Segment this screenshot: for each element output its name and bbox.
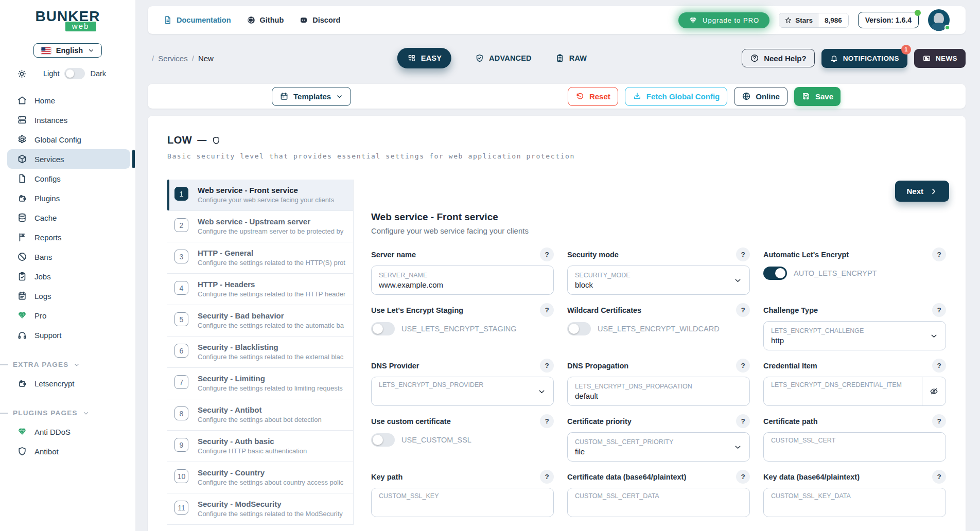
custom_ssl_cert_priority-select[interactable]: CUSTOM_SSL_CERT_PRIORITYfile [567,432,750,462]
toolbar-actions: Reset Fetch Global Config Online Save [568,87,841,106]
step-item-3[interactable]: 3 HTTP - General Configure the settings … [167,242,353,274]
language-label: English [56,46,83,55]
top-link-discord[interactable]: Discord [299,15,340,25]
step-item-11[interactable]: 11 Security - ModSecurity Configure the … [167,493,353,525]
top-link-documentation[interactable]: Documentation [163,15,231,25]
help-icon[interactable]: ? [932,359,946,373]
lets_encrypt_dns_credential_item-input[interactable]: LETS_ENCRYPT_DNS_CREDENTIAL_ITEM [763,377,946,406]
sidebar-item-logs[interactable]: Logs [0,286,135,306]
help-icon[interactable]: ? [540,414,554,428]
use_custom_ssl-toggle[interactable] [371,433,395,447]
sidebar-item-support[interactable]: Support [0,325,135,345]
reset-button[interactable]: Reset [568,87,618,106]
save-icon [801,92,811,101]
fetch-global-config-button[interactable]: Fetch Global Config [625,87,728,106]
help-icon[interactable]: ? [540,247,554,261]
step-item-1[interactable]: 1 Web service - Front service Configure … [167,180,353,211]
help-icon[interactable]: ? [736,470,750,484]
help-icon[interactable]: ? [540,303,554,317]
sidebar-item-pro[interactable]: Pro [0,306,135,325]
security_mode-select[interactable]: SECURITY_MODEblock [567,266,750,295]
custom_ssl_key-input[interactable]: CUSTOM_SSL_KEY [371,488,554,517]
upgrade-to-pro-button[interactable]: Upgrade to PRO [678,12,769,28]
need-help-button[interactable]: Need Help? [742,49,815,67]
toggle-visibility-button[interactable] [922,377,946,405]
step-item-9[interactable]: 9 Security - Auth basic Configure HTTP b… [167,431,353,462]
step-item-10[interactable]: 10 Security - Country Configure the sett… [167,462,353,493]
main-content: DocumentationGithubDiscord Upgrade to PR… [135,0,980,531]
sidebar-item-configs[interactable]: Configs [0,169,135,188]
sidebar-item-antibot[interactable]: Antibot [0,441,135,461]
step-description: Configure the settings about country acc… [198,479,346,486]
online-button[interactable]: Online [734,87,787,106]
field-use-let-s-encrypt-staging: Use Let's Encrypt Staging?USE_LETS_ENCRY… [371,303,554,350]
tab-easy[interactable]: EASY [397,48,451,68]
flag-icon [17,232,27,242]
bunkerweb-logo[interactable]: BUNKER web [36,8,100,31]
auto_lets_encrypt-toggle[interactable] [763,267,787,280]
step-item-2[interactable]: 2 Web service - Upstream server Configur… [167,211,353,242]
sidebar-item-anti-ddos[interactable]: Anti DDoS [0,422,135,441]
sidebar-item-instances[interactable]: Instances [0,110,135,130]
help-icon[interactable]: ? [540,470,554,484]
sidebar-item-global-config[interactable]: Global Config [0,130,135,149]
server_name-input[interactable]: SERVER_NAMEwww.example.com [371,266,554,295]
sidebar-item-reports[interactable]: Reports [0,227,135,247]
security-level-description: Basic security level that provides essen… [167,152,946,160]
notifications-button[interactable]: NOTIFICATIONS 1 [821,49,907,68]
step-description: Configure HTTP basic authentication [198,447,346,455]
help-icon[interactable]: ? [736,359,750,373]
lets_encrypt_challenge-select[interactable]: LETS_ENCRYPT_CHALLENGEhttp [763,321,946,350]
theme-toggle[interactable] [64,68,85,79]
custom_ssl_cert-input[interactable]: CUSTOM_SSL_CERT [763,432,946,462]
help-icon[interactable]: ? [736,247,750,261]
version-badge: Version: 1.6.4 [858,12,919,28]
step-item-5[interactable]: 5 Security - Bad behavior Configure the … [167,305,353,337]
sidebar-item-bans[interactable]: Bans [0,247,135,267]
step-number: 5 [174,312,188,326]
help-icon[interactable]: ? [932,470,946,484]
shield-check-icon [475,54,484,63]
next-button[interactable]: Next [895,181,949,202]
tab-raw[interactable]: RAW [555,54,587,63]
templates-dropdown[interactable]: Templates [272,87,351,106]
help-icon[interactable]: ? [736,303,750,317]
help-icon[interactable]: ? [932,247,946,261]
github-stars-badge[interactable]: Stars 8,986 [779,13,849,28]
chevron-down-icon [930,331,938,340]
tab-advanced[interactable]: ADVANCED [475,54,532,63]
step-item-4[interactable]: 4 HTTP - Headers Configure the settings … [167,274,353,305]
sidebar-item-jobs[interactable]: Jobs [0,267,135,286]
use_lets_encrypt_staging-toggle[interactable] [371,322,395,335]
help-icon[interactable]: ? [932,414,946,428]
sidebar-item-label: Home [34,96,55,105]
save-button[interactable]: Save [794,87,841,106]
sidebar-item-cache[interactable]: Cache [0,208,135,227]
field-value: block [575,280,742,289]
top-link-github[interactable]: Github [247,15,284,25]
language-selector[interactable]: English [33,43,102,58]
globe-icon [742,92,751,101]
breadcrumb-services[interactable]: Services [158,54,188,63]
sidebar-item-letsencrypt[interactable]: Letsencrypt [0,374,135,393]
lets_encrypt_dns_propagation-input[interactable]: LETS_ENCRYPT_DNS_PROPAGATIONdefault [567,377,750,406]
help-icon[interactable]: ? [736,414,750,428]
step-item-8[interactable]: 8 Security - Antibot Configure the setti… [167,399,353,431]
lets_encrypt_dns_provider-select[interactable]: LETS_ENCRYPT_DNS_PROVIDER [371,377,554,406]
instances-icon [17,115,27,125]
sidebar-section-plugins-pages[interactable]: PLUGINS PAGES [0,409,135,417]
sidebar-item-home[interactable]: Home [0,91,135,110]
home-icon [17,95,27,105]
sidebar-item-plugins[interactable]: Plugins [0,188,135,208]
sidebar-section-extra-pages[interactable]: EXTRA PAGES [0,361,135,368]
step-item-6[interactable]: 6 Security - Blacklisting Configure the … [167,337,353,368]
news-button[interactable]: NEWS [914,49,966,68]
help-icon[interactable]: ? [540,359,554,373]
sidebar-item-services[interactable]: Services [7,149,130,169]
use_lets_encrypt_wildcard-toggle[interactable] [567,322,591,335]
custom_ssl_key_data-input[interactable]: CUSTOM_SSL_KEY_DATA [763,488,946,517]
step-item-7[interactable]: 7 Security - Limiting Configure the sett… [167,368,353,399]
custom_ssl_cert_data-input[interactable]: CUSTOM_SSL_CERT_DATA [567,488,750,517]
help-icon[interactable]: ? [932,303,946,317]
field-security-mode: Security mode?SECURITY_MODEblock [567,247,750,295]
